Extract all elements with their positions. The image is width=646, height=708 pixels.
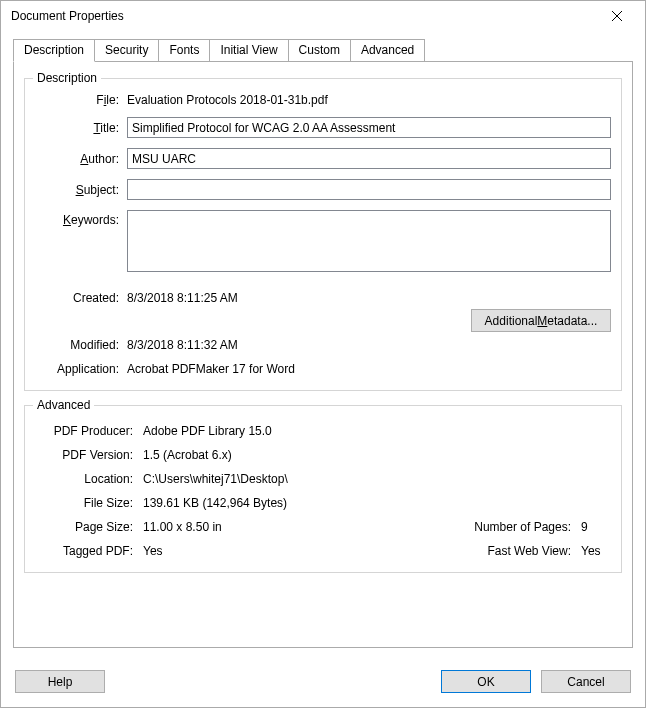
- description-group: Description File: Evaluation Protocols 2…: [24, 78, 622, 391]
- pagesize-label: Page Size:: [35, 520, 143, 534]
- fastweb-label: Fast Web View:: [487, 544, 581, 558]
- author-input[interactable]: [127, 148, 611, 169]
- filesize-value: 139.61 KB (142,964 Bytes): [143, 496, 611, 510]
- tab-panel-description: Description File: Evaluation Protocols 2…: [13, 61, 633, 648]
- tab-description[interactable]: Description: [13, 39, 95, 62]
- tab-custom[interactable]: Custom: [288, 39, 351, 62]
- application-value: Acrobat PDFMaker 17 for Word: [127, 362, 611, 376]
- advanced-group: Advanced PDF Producer: Adobe PDF Library…: [24, 405, 622, 573]
- title-input[interactable]: [127, 117, 611, 138]
- help-button[interactable]: Help: [15, 670, 105, 693]
- numpages-label: Number of Pages:: [474, 520, 581, 534]
- file-label: File:: [35, 93, 127, 107]
- modified-value: 8/3/2018 8:11:32 AM: [127, 338, 611, 352]
- dialog-footer: Help OK Cancel: [1, 660, 645, 707]
- title-label: Title:: [35, 121, 127, 135]
- fastweb-value: Yes: [581, 544, 611, 558]
- ok-button[interactable]: OK: [441, 670, 531, 693]
- close-icon: [612, 11, 622, 21]
- tab-initial-view[interactable]: Initial View: [209, 39, 288, 62]
- subject-input[interactable]: [127, 179, 611, 200]
- window-title: Document Properties: [11, 9, 124, 23]
- description-legend: Description: [33, 71, 101, 85]
- close-button[interactable]: [597, 2, 637, 30]
- producer-label: PDF Producer:: [35, 424, 143, 438]
- file-value: Evaluation Protocols 2018-01-31b.pdf: [127, 93, 611, 107]
- advanced-legend: Advanced: [33, 398, 94, 412]
- tab-security[interactable]: Security: [94, 39, 159, 62]
- location-value: C:\Users\whitej71\Desktop\: [143, 472, 611, 486]
- cancel-button[interactable]: Cancel: [541, 670, 631, 693]
- tagged-label: Tagged PDF:: [35, 544, 143, 558]
- tab-strip: Description Security Fonts Initial View …: [13, 39, 633, 62]
- tab-fonts[interactable]: Fonts: [158, 39, 210, 62]
- pagesize-value: 11.00 x 8.50 in: [143, 520, 318, 534]
- keywords-label: Keywords:: [35, 210, 127, 227]
- created-label: Created:: [35, 291, 127, 305]
- numpages-value: 9: [581, 520, 611, 534]
- tab-advanced[interactable]: Advanced: [350, 39, 425, 62]
- keywords-input[interactable]: [127, 210, 611, 272]
- version-value: 1.5 (Acrobat 6.x): [143, 448, 611, 462]
- created-value: 8/3/2018 8:11:25 AM: [127, 291, 611, 305]
- author-label: Author:: [35, 152, 127, 166]
- producer-value: Adobe PDF Library 15.0: [143, 424, 611, 438]
- titlebar: Document Properties: [1, 1, 645, 31]
- document-properties-dialog: Document Properties Description Security…: [0, 0, 646, 708]
- application-label: Application:: [35, 362, 127, 376]
- subject-label: Subject:: [35, 183, 127, 197]
- tagged-value: Yes: [143, 544, 318, 558]
- additional-metadata-button[interactable]: Additional Metadata...: [471, 309, 611, 332]
- filesize-label: File Size:: [35, 496, 143, 510]
- modified-label: Modified:: [35, 338, 127, 352]
- version-label: PDF Version:: [35, 448, 143, 462]
- location-label: Location:: [35, 472, 143, 486]
